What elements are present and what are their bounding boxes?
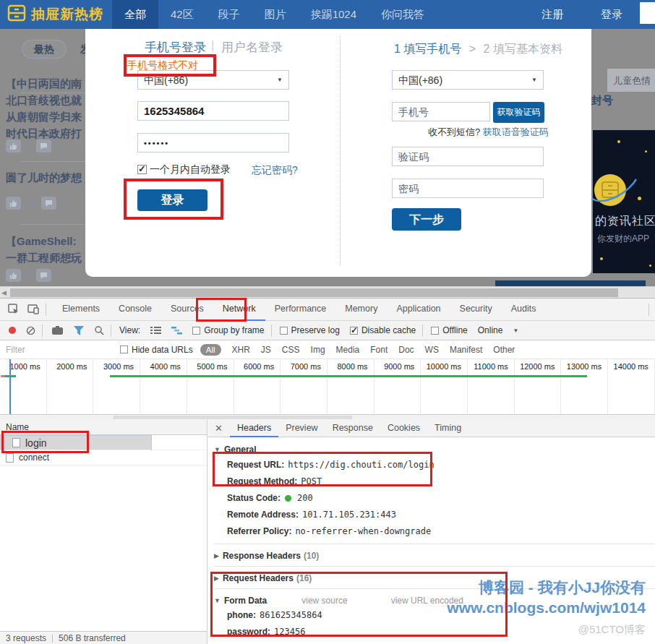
register-phone-input[interactable] [392,102,490,121]
ban-text: 封号 [591,94,613,108]
tab-username-login[interactable]: 用户名登录 [221,39,283,56]
throttling-select[interactable]: Online [478,325,503,335]
tab-elements[interactable]: Elements [53,299,109,321]
hide-data-urls-checkbox[interactable]: Hide data URLs [120,345,193,355]
nav-item-pics[interactable]: 图片 [252,0,299,29]
timeline-scroll-strip [0,415,655,420]
country-select[interactable]: 中国(+86) ▼ [137,70,289,90]
tab-performance[interactable]: Performance [265,299,336,321]
nav-item-qa[interactable]: 你问我答 [369,0,437,29]
post-title[interactable]: 【GameShell: 一群工程师想玩 [6,233,85,266]
clear-icon[interactable] [26,326,35,335]
forgot-password-link[interactable]: 忘记密码? [252,164,298,177]
response-headers-section[interactable]: ▶ Response Headers (10) [214,544,655,562]
tab-console[interactable]: Console [109,299,161,321]
view-source-link[interactable]: view source [301,596,347,606]
phone-input[interactable] [137,101,289,121]
comment-icon[interactable] [36,269,51,282]
filter-type-media[interactable]: Media [336,345,360,355]
inspect-element-icon[interactable] [8,304,20,315]
capture-screenshots-icon[interactable] [52,326,64,335]
register-password-input[interactable] [392,179,544,198]
request-row-login[interactable]: login [0,435,152,450]
thumbs-up-icon[interactable] [6,197,21,210]
country-select-register[interactable]: 中国(+86) ▼ [392,70,544,90]
comment-icon[interactable] [36,139,51,153]
tab-hottest[interactable]: 最热 [22,40,67,59]
waterfall-view-icon[interactable] [171,326,182,335]
tab-preview[interactable]: Preview [278,420,325,437]
form-data-section[interactable]: ▼ Form Data view source view URL encoded [214,588,655,607]
device-toolbar-icon[interactable] [27,304,39,314]
filter-type-font[interactable]: Font [370,345,388,355]
tab-timing[interactable]: Timing [427,420,468,437]
devtools-panel: Elements Console Sources Network Perform… [0,298,655,644]
record-icon[interactable] [9,327,16,334]
register-link[interactable]: 注册 [541,8,563,22]
nav-item-all[interactable]: 全部 [112,0,158,29]
network-toolbar: View: Group by frame Preserve log Disabl… [0,321,655,340]
thumbs-up-icon[interactable] [6,139,21,153]
tab-cookies[interactable]: Cookies [380,420,427,437]
login-link[interactable]: 登录 [601,8,622,22]
nav-item-jokes[interactable]: 段子 [206,0,252,29]
nav-item-42[interactable]: 42区 [158,0,206,29]
post-title[interactable]: 圆了儿时的梦想 [6,169,85,186]
tab-memory[interactable]: Memory [335,299,387,321]
disable-cache-checkbox[interactable]: Disable cache [350,325,416,335]
post-title[interactable]: 【中日两国的南 北口音歧视也就 从唐朝留学归来 时代日本政府打 [6,75,85,142]
filter-type-xhr[interactable]: XHR [232,345,250,355]
filter-type-js[interactable]: JS [261,345,271,355]
tab-audits[interactable]: Audits [502,299,546,321]
request-headers-section[interactable]: ▶ Request Headers (16) [214,566,655,585]
comment-icon[interactable] [41,197,56,210]
voice-code-link[interactable]: 获取语音验证码 [483,126,549,137]
requests-pane: Name login connect connect 3 requests 50… [0,420,207,644]
header-row: Remote Address:101.71.105.231:443 [214,507,655,523]
filter-type-img[interactable]: Img [311,345,325,355]
filter-type-all[interactable]: All [200,344,221,356]
login-submit-button[interactable]: 登录 [137,189,207,211]
verify-code-input[interactable] [392,147,544,166]
tab-phone-login[interactable]: 手机号登录 [145,39,206,56]
request-row-connect[interactable]: connect [0,450,207,465]
password-input[interactable] [137,133,289,153]
site-logo[interactable]: 抽屉新热榜 [0,4,112,25]
general-section-header[interactable]: ▼ General [214,442,655,457]
filter-type-manifest[interactable]: Manifest [450,345,482,355]
get-code-button[interactable]: 获取验证码 [493,102,544,123]
chevron-down-icon: ▼ [513,327,518,334]
filter-type-doc[interactable]: Doc [398,345,414,355]
tab-network[interactable]: Network [213,299,265,321]
filter-type-css[interactable]: CSS [282,345,300,355]
offline-checkbox[interactable]: Offline [431,325,467,335]
form-data-row: password:123456 [214,624,655,640]
page-horizontal-scrollbar[interactable]: ◀ [0,286,655,298]
tab-application[interactable]: Application [387,299,450,321]
tab-security[interactable]: Security [450,299,502,321]
tab-sources[interactable]: Sources [161,299,213,321]
requests-count: 3 requests [6,633,46,643]
filter-input[interactable] [6,345,85,355]
list-view-icon[interactable] [150,326,161,335]
tab-headers[interactable]: Headers [230,420,278,437]
scrollbar-thumb[interactable] [10,288,618,297]
nav-item-it1024[interactable]: 挨踢1024 [299,0,369,29]
requests-name-header[interactable]: Name [0,420,207,435]
next-step-button[interactable]: 下一步 [392,208,461,231]
tab-response[interactable]: Response [325,420,380,437]
preserve-log-checkbox[interactable]: Preserve log [280,325,340,335]
request-details-pane: ✕ Headers Preview Response Cookies Timin… [208,420,655,644]
app-promo-banner[interactable]: 的资讯社区 你发财的APP [593,130,655,273]
filter-type-other[interactable]: Other [493,345,515,355]
network-overview-timeline[interactable]: 1000 ms 2000 ms 3000 ms 4000 ms 5000 ms … [0,359,655,415]
view-url-encoded-link[interactable]: view URL encoded [391,596,463,606]
search-icon[interactable] [94,325,104,335]
auto-login-checkbox[interactable] [137,165,147,174]
filter-type-ws[interactable]: WS [425,345,439,355]
filter-funnel-icon[interactable] [74,326,84,335]
group-by-frame-checkbox[interactable]: Group by frame [192,325,264,335]
scroll-left-arrow-icon[interactable]: ◀ [1,289,7,296]
thumbs-up-icon[interactable] [6,269,21,282]
close-icon[interactable]: ✕ [215,423,223,434]
